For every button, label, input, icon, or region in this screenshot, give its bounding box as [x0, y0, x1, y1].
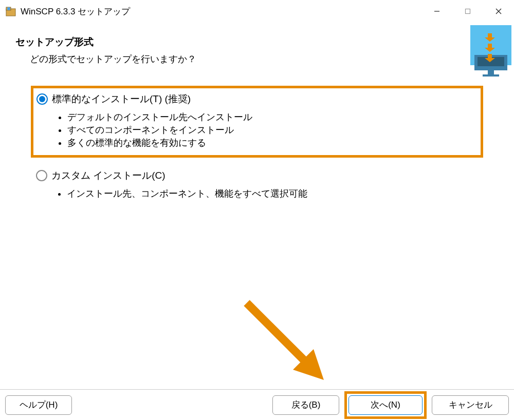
list-item: 多くの標準的な機能を有効にする — [67, 137, 478, 149]
custom-bullets: インストール先、コンポーネント、機能をすべて選択可能 — [36, 187, 478, 200]
header-section: セットアップ形式 どの形式でセットアップを行いますか？ — [0, 23, 514, 70]
radio-row-custom[interactable]: カスタム インストール(C) — [36, 169, 478, 182]
window-controls — [421, 0, 514, 23]
svg-marker-16 — [293, 349, 324, 380]
list-item: すべてのコンポーネントをインストール — [67, 124, 478, 137]
svg-rect-4 — [466, 9, 470, 14]
footer: ヘルプ(H) 戻る(B) 次へ(N) キャンセル — [0, 389, 514, 420]
radio-label-custom: カスタム インストール(C) — [51, 169, 166, 182]
minimize-button[interactable] — [421, 0, 452, 23]
option-standard-install[interactable]: 標準的なインストール(T) (推奨) デフォルトのインストール先へインストール … — [31, 86, 483, 158]
page-title: セットアップ形式 — [15, 35, 499, 49]
setup-wizard-icon — [470, 25, 511, 77]
radio-row-standard[interactable]: 標準的なインストール(T) (推奨) — [36, 92, 478, 106]
list-item: インストール先、コンポーネント、機能をすべて選択可能 — [67, 187, 478, 200]
app-icon — [5, 6, 16, 17]
annotation-arrow-icon — [236, 293, 344, 403]
radio-unselected-icon[interactable] — [36, 170, 47, 181]
list-item: デフォルトのインストール先へインストール — [67, 111, 478, 124]
close-button[interactable] — [483, 0, 514, 23]
back-button[interactable]: 戻る(B) — [272, 395, 339, 415]
svg-rect-11 — [483, 74, 499, 77]
next-button[interactable]: 次へ(N) — [348, 395, 423, 415]
option-custom-install[interactable]: カスタム インストール(C) インストール先、コンポーネント、機能をすべて選択可… — [31, 163, 483, 207]
radio-label-standard: 標準的なインストール(T) (推奨) — [52, 92, 191, 106]
radio-selected-icon[interactable] — [36, 93, 48, 105]
content-area: 標準的なインストール(T) (推奨) デフォルトのインストール先へインストール … — [0, 70, 514, 223]
next-button-highlight: 次へ(N) — [344, 391, 427, 419]
help-button[interactable]: ヘルプ(H) — [5, 395, 72, 415]
svg-rect-10 — [488, 70, 494, 74]
window-title: WinSCP 6.3.3 セットアップ — [21, 6, 130, 17]
page-subtitle: どの形式でセットアップを行いますか？ — [15, 53, 499, 65]
maximize-button[interactable] — [452, 0, 483, 23]
standard-bullets: デフォルトのインストール先へインストール すべてのコンポーネントをインストール … — [36, 111, 478, 150]
cancel-button[interactable]: キャンセル — [432, 395, 509, 415]
svg-line-15 — [247, 303, 314, 370]
titlebar: WinSCP 6.3.3 セットアップ — [0, 0, 514, 23]
